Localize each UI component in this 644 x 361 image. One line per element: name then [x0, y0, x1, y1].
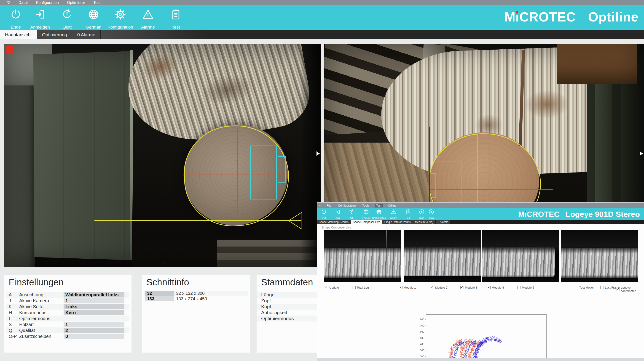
toolbar-button[interactable]: Alarme — [134, 8, 162, 29]
settings-rows: A Ausrichtung Waldkantenparallel links J… — [6, 292, 129, 339]
menu-item[interactable]: Test — [374, 204, 383, 207]
toolbar-button[interactable]: Exit — [317, 209, 331, 219]
stem-rows: Länge Zopf Kopf Abholzigkeit Optimiermod… — [256, 292, 318, 322]
toolbar-button[interactable]: Configuration — [372, 209, 386, 219]
camera-view-left[interactable] — [4, 44, 321, 267]
settings-row[interactable]: O-P Zusatzscheiben 0 — [6, 333, 129, 339]
checkbox-box[interactable] — [352, 286, 356, 289]
checkbox-box[interactable] — [600, 286, 604, 289]
toolbar-button[interactable]: Anmelden — [26, 8, 54, 29]
checkbox-box[interactable] — [399, 286, 402, 289]
camera-thumbnail[interactable] — [561, 230, 638, 282]
logeye-tab[interactable]: Single Rotator results — [382, 220, 413, 224]
cut-row[interactable]: 32 32 x 132 x 300 — [144, 291, 248, 296]
checkbox-box[interactable] — [431, 286, 434, 289]
toolbar-button[interactable]: Test — [162, 8, 189, 29]
checkbox-box[interactable] — [517, 286, 521, 289]
setting-label: Holzart — [19, 322, 66, 327]
shortcut-key: A — [6, 292, 19, 298]
menu-item[interactable]: Datei — [18, 0, 28, 5]
setting-value: 1 — [64, 322, 124, 327]
thumbnail-shadow-top — [324, 230, 401, 254]
nav-arrow-icon[interactable] — [319, 205, 321, 207]
settings-row[interactable]: S Holzart 1 — [6, 322, 129, 328]
toolbar-button-label: Anmelden — [30, 25, 50, 29]
settings-row[interactable]: A Ausrichtung Waldkantenparallel links — [6, 292, 129, 298]
settings-row[interactable]: K Aktive Seite Links — [6, 304, 129, 310]
option-checkbox[interactable]: Test Motion — [575, 286, 594, 289]
toolbar-button[interactable]: Konfiguration — [107, 8, 134, 29]
menu-item[interactable]: Konfiguration — [36, 0, 59, 5]
checkbox-box[interactable] — [487, 286, 490, 289]
logeye-window: File Configuration Tools Test Offline Ex… — [317, 202, 644, 361]
checkbox-box[interactable] — [616, 288, 620, 291]
toolbar-button[interactable]: Alarms — [386, 209, 401, 219]
settings-row[interactable]: I Optimiermodus — [6, 316, 129, 322]
schnittinfo-panel: Schnittinfo 32 32 x 132 x 300 133 133 x … — [142, 275, 250, 353]
option-checkbox[interactable]: Module 1 — [399, 286, 416, 289]
toolbar-button-icon — [390, 209, 396, 216]
toolbar-button[interactable]: English — [359, 209, 373, 219]
settings-row[interactable]: H Kursormodus Kern — [6, 310, 129, 316]
main-menu-bar: Datei Konfiguration Optimierer Test — [0, 0, 644, 5]
option-checkbox[interactable]: Module 3 — [460, 286, 477, 289]
option-checkbox[interactable]: Update — [325, 286, 339, 289]
toolbar-button[interactable]: Quitt — [54, 8, 80, 29]
checkbox-label: Test Motion — [579, 286, 594, 289]
nav-arrow-icon[interactable] — [7, 1, 10, 4]
checkbox-label: Logeye coordinates — [621, 286, 644, 293]
toolbar-button-icon — [428, 209, 434, 216]
shortcut-key: O-P — [6, 334, 19, 339]
toolbar-button[interactable]: Login — [330, 209, 345, 219]
checkbox-box[interactable] — [460, 286, 464, 289]
option-checkbox[interactable]: Module 2 — [431, 286, 447, 289]
checkbox-label: Update — [329, 286, 339, 289]
camera-thumbnail[interactable] — [404, 230, 481, 282]
menu-item[interactable]: Configuration — [337, 204, 357, 207]
toolbar-button[interactable]: Ack — [344, 209, 358, 219]
toolbar-button-label: Alarms — [390, 217, 397, 219]
checkbox-box[interactable] — [325, 286, 328, 289]
toolbar-button-icon — [34, 8, 46, 21]
checkbox-box[interactable] — [575, 286, 578, 289]
logeye-tab[interactable]: Measure (Live) — [413, 220, 436, 224]
option-checkbox[interactable]: Logeye coordinates — [616, 286, 644, 293]
cut-dimensions: 133 x 274 x 450 — [176, 296, 207, 301]
toolbar-button[interactable]: Ende — [2, 8, 29, 29]
menu-item[interactable]: Optimierer — [67, 0, 85, 5]
camera-thumbnail[interactable] — [482, 230, 559, 282]
main-tab[interactable]: Hauptansicht — [0, 30, 37, 39]
camera-thumbnail[interactable] — [324, 230, 401, 282]
toolbar-button-label: Test — [172, 25, 180, 29]
toolbar-button[interactable]: Stop — [424, 209, 438, 219]
settings-row[interactable]: J Aktive Kamera 1 — [6, 298, 129, 304]
option-checkbox[interactable]: Total Log — [352, 286, 369, 289]
thumbnail-shadow-top — [482, 230, 559, 254]
checkbox-label: Total Log — [357, 286, 369, 289]
stem-row: Zopf — [256, 298, 318, 304]
option-checkbox[interactable]: Module 5 — [517, 286, 534, 289]
menu-item[interactable]: Tools — [361, 204, 370, 207]
main-tab[interactable]: Optimierung — [37, 30, 72, 39]
toolbar-button-icon — [170, 8, 182, 21]
option-checkbox[interactable]: Module 4 — [487, 286, 504, 289]
logeye-tab[interactable]: Shape Composer Live — [351, 220, 382, 224]
toolbar-button[interactable]: Test — [401, 209, 415, 219]
shortcut-key: Q — [6, 328, 19, 333]
toolbar-button-label: Ende — [11, 25, 21, 29]
toolbar-button-label: Login — [335, 217, 340, 219]
menu-item[interactable]: File — [325, 204, 333, 207]
settings-row[interactable]: Q Qualität 2 — [6, 328, 129, 333]
menu-item[interactable]: Test — [93, 0, 100, 5]
setting-value: 0 — [64, 334, 124, 339]
menu-item[interactable]: Offline — [386, 204, 398, 207]
logeye-tab[interactable]: Shape Matching Results — [317, 220, 351, 224]
main-tab-strip: Hauptansicht Optimierung 0 Alarme — [0, 30, 644, 39]
toolbar-button[interactable]: German — [80, 8, 107, 29]
cut-row[interactable]: 133 133 x 274 x 450 — [144, 296, 248, 302]
equipment-top-right — [557, 44, 637, 84]
panel-title: Einstellungen — [9, 277, 64, 288]
setting-value: Waldkantenparallel links — [64, 292, 124, 298]
main-tab[interactable]: 0 Alarme — [72, 30, 100, 39]
logeye-tab[interactable]: 0 Alarms — [436, 220, 451, 224]
